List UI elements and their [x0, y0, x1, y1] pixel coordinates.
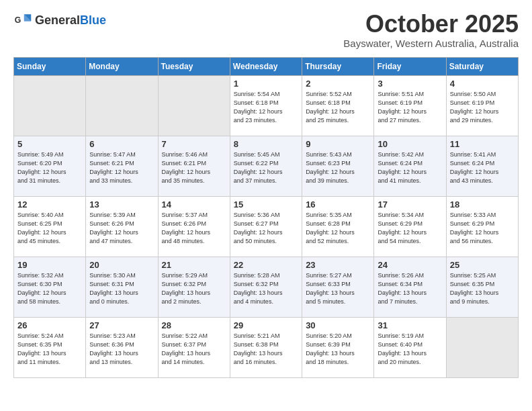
- day-info: Sunrise: 5:29 AM Sunset: 6:32 PM Dayligh…: [162, 271, 226, 306]
- calendar-cell: 9Sunrise: 5:43 AM Sunset: 6:23 PM Daylig…: [302, 136, 374, 196]
- day-number: 14: [162, 199, 226, 210]
- day-number: 29: [234, 320, 298, 330]
- day-number: 10: [378, 139, 442, 149]
- calendar-cell: [158, 75, 230, 136]
- day-number: 25: [450, 260, 515, 270]
- day-info: Sunrise: 5:49 AM Sunset: 6:20 PM Dayligh…: [17, 150, 82, 185]
- calendar-cell: 3Sunrise: 5:51 AM Sunset: 6:19 PM Daylig…: [374, 75, 446, 136]
- day-number: 23: [306, 260, 370, 270]
- day-info: Sunrise: 5:19 AM Sunset: 6:40 PM Dayligh…: [378, 332, 442, 367]
- day-info: Sunrise: 5:42 AM Sunset: 6:24 PM Dayligh…: [378, 150, 442, 185]
- calendar-cell: 14Sunrise: 5:37 AM Sunset: 6:26 PM Dayli…: [158, 196, 230, 257]
- calendar-cell: [446, 317, 518, 377]
- calendar-cell: 4Sunrise: 5:50 AM Sunset: 6:19 PM Daylig…: [446, 75, 518, 136]
- day-info: Sunrise: 5:28 AM Sunset: 6:32 PM Dayligh…: [234, 271, 298, 306]
- logo-blue-text: Blue: [80, 13, 106, 28]
- day-info: Sunrise: 5:51 AM Sunset: 6:19 PM Dayligh…: [378, 90, 442, 125]
- day-info: Sunrise: 5:24 AM Sunset: 6:35 PM Dayligh…: [17, 332, 82, 367]
- day-number: 5: [17, 139, 82, 149]
- calendar-cell: 12Sunrise: 5:40 AM Sunset: 6:25 PM Dayli…: [14, 196, 86, 257]
- calendar-week-row: 1Sunrise: 5:54 AM Sunset: 6:18 PM Daylig…: [14, 75, 519, 136]
- day-number: 9: [306, 139, 370, 149]
- day-number: 26: [17, 320, 82, 330]
- calendar-week-row: 5Sunrise: 5:49 AM Sunset: 6:20 PM Daylig…: [14, 136, 519, 196]
- calendar-cell: 27Sunrise: 5:23 AM Sunset: 6:36 PM Dayli…: [86, 317, 158, 377]
- day-number: 17: [378, 199, 442, 210]
- day-info: Sunrise: 5:27 AM Sunset: 6:33 PM Dayligh…: [306, 271, 370, 306]
- day-number: 6: [89, 139, 154, 149]
- calendar-cell: [14, 75, 86, 136]
- calendar-header-row: SundayMondayTuesdayWednesdayThursdayFrid…: [14, 57, 519, 75]
- calendar-cell: 1Sunrise: 5:54 AM Sunset: 6:18 PM Daylig…: [230, 75, 302, 136]
- logo-icon: G: [13, 11, 32, 30]
- month-title: October 2025: [343, 11, 519, 38]
- calendar-cell: 10Sunrise: 5:42 AM Sunset: 6:24 PM Dayli…: [374, 136, 446, 196]
- calendar-cell: [86, 75, 158, 136]
- calendar-week-row: 26Sunrise: 5:24 AM Sunset: 6:35 PM Dayli…: [14, 317, 519, 377]
- day-number: 8: [234, 139, 298, 149]
- day-info: Sunrise: 5:54 AM Sunset: 6:18 PM Dayligh…: [234, 90, 298, 125]
- calendar-cell: 6Sunrise: 5:47 AM Sunset: 6:21 PM Daylig…: [86, 136, 158, 196]
- calendar-cell: 31Sunrise: 5:19 AM Sunset: 6:40 PM Dayli…: [374, 317, 446, 377]
- calendar-cell: 7Sunrise: 5:46 AM Sunset: 6:21 PM Daylig…: [158, 136, 230, 196]
- calendar-week-row: 19Sunrise: 5:32 AM Sunset: 6:30 PM Dayli…: [14, 257, 519, 317]
- day-info: Sunrise: 5:52 AM Sunset: 6:18 PM Dayligh…: [306, 90, 370, 125]
- day-info: Sunrise: 5:39 AM Sunset: 6:26 PM Dayligh…: [89, 211, 154, 246]
- day-number: 16: [306, 199, 370, 210]
- day-info: Sunrise: 5:46 AM Sunset: 6:21 PM Dayligh…: [162, 150, 226, 185]
- day-number: 12: [17, 199, 82, 210]
- calendar-cell: 21Sunrise: 5:29 AM Sunset: 6:32 PM Dayli…: [158, 257, 230, 317]
- day-number: 18: [450, 199, 515, 210]
- calendar-cell: 26Sunrise: 5:24 AM Sunset: 6:35 PM Dayli…: [14, 317, 86, 377]
- calendar-cell: 17Sunrise: 5:34 AM Sunset: 6:29 PM Dayli…: [374, 196, 446, 257]
- day-number: 20: [89, 260, 154, 270]
- day-header-wednesday: Wednesday: [230, 57, 302, 75]
- logo-general-text: General: [35, 13, 80, 28]
- calendar-cell: 22Sunrise: 5:28 AM Sunset: 6:32 PM Dayli…: [230, 257, 302, 317]
- day-info: Sunrise: 5:41 AM Sunset: 6:24 PM Dayligh…: [450, 150, 515, 185]
- calendar-cell: 19Sunrise: 5:32 AM Sunset: 6:30 PM Dayli…: [14, 257, 86, 317]
- day-header-friday: Friday: [374, 57, 446, 75]
- calendar-cell: 28Sunrise: 5:22 AM Sunset: 6:37 PM Dayli…: [158, 317, 230, 377]
- calendar-cell: 5Sunrise: 5:49 AM Sunset: 6:20 PM Daylig…: [14, 136, 86, 196]
- day-header-tuesday: Tuesday: [158, 57, 230, 75]
- day-info: Sunrise: 5:32 AM Sunset: 6:30 PM Dayligh…: [17, 271, 82, 306]
- day-info: Sunrise: 5:34 AM Sunset: 6:29 PM Dayligh…: [378, 211, 442, 246]
- day-number: 22: [234, 260, 298, 270]
- location-subtitle: Bayswater, Western Australia, Australia: [343, 38, 519, 49]
- logo: G General Blue: [13, 11, 106, 30]
- day-number: 4: [450, 79, 515, 89]
- day-info: Sunrise: 5:33 AM Sunset: 6:29 PM Dayligh…: [450, 211, 515, 246]
- calendar-cell: 29Sunrise: 5:21 AM Sunset: 6:38 PM Dayli…: [230, 317, 302, 377]
- day-number: 27: [89, 320, 154, 330]
- svg-text:G: G: [15, 15, 21, 25]
- day-header-sunday: Sunday: [14, 57, 86, 75]
- day-number: 3: [378, 79, 442, 89]
- day-info: Sunrise: 5:20 AM Sunset: 6:39 PM Dayligh…: [306, 332, 370, 367]
- day-info: Sunrise: 5:45 AM Sunset: 6:22 PM Dayligh…: [234, 150, 298, 185]
- day-number: 30: [306, 320, 370, 330]
- calendar-cell: 20Sunrise: 5:30 AM Sunset: 6:31 PM Dayli…: [86, 257, 158, 317]
- calendar-cell: 2Sunrise: 5:52 AM Sunset: 6:18 PM Daylig…: [302, 75, 374, 136]
- day-info: Sunrise: 5:25 AM Sunset: 6:35 PM Dayligh…: [450, 271, 515, 306]
- page-header: G General Blue October 2025 Bayswater, W…: [13, 11, 519, 49]
- day-info: Sunrise: 5:50 AM Sunset: 6:19 PM Dayligh…: [450, 90, 515, 125]
- calendar-table: SundayMondayTuesdayWednesdayThursdayFrid…: [13, 57, 519, 378]
- calendar-cell: 13Sunrise: 5:39 AM Sunset: 6:26 PM Dayli…: [86, 196, 158, 257]
- calendar-cell: 24Sunrise: 5:26 AM Sunset: 6:34 PM Dayli…: [374, 257, 446, 317]
- day-info: Sunrise: 5:37 AM Sunset: 6:26 PM Dayligh…: [162, 211, 226, 246]
- calendar-cell: 16Sunrise: 5:35 AM Sunset: 6:28 PM Dayli…: [302, 196, 374, 257]
- day-number: 19: [17, 260, 82, 270]
- day-header-thursday: Thursday: [302, 57, 374, 75]
- day-info: Sunrise: 5:47 AM Sunset: 6:21 PM Dayligh…: [89, 150, 154, 185]
- day-info: Sunrise: 5:23 AM Sunset: 6:36 PM Dayligh…: [89, 332, 154, 367]
- day-number: 2: [306, 79, 370, 89]
- day-info: Sunrise: 5:26 AM Sunset: 6:34 PM Dayligh…: [378, 271, 442, 306]
- day-number: 7: [162, 139, 226, 149]
- calendar-cell: 23Sunrise: 5:27 AM Sunset: 6:33 PM Dayli…: [302, 257, 374, 317]
- day-info: Sunrise: 5:22 AM Sunset: 6:37 PM Dayligh…: [162, 332, 226, 367]
- day-number: 28: [162, 320, 226, 330]
- day-number: 1: [234, 79, 298, 89]
- day-info: Sunrise: 5:43 AM Sunset: 6:23 PM Dayligh…: [306, 150, 370, 185]
- title-block: October 2025 Bayswater, Western Australi…: [343, 11, 519, 49]
